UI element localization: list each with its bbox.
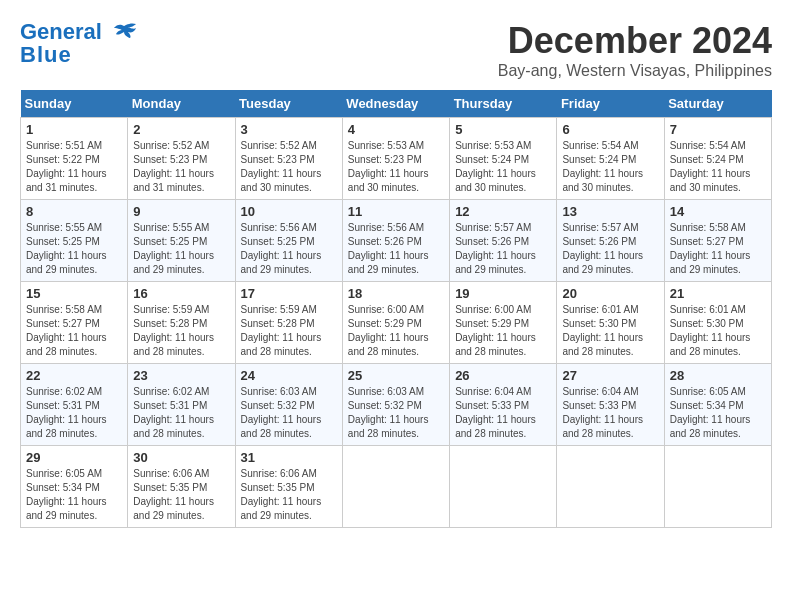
calendar-cell: 22Sunrise: 6:02 AMSunset: 5:31 PMDayligh… <box>21 364 128 446</box>
weekday-header-friday: Friday <box>557 90 664 118</box>
day-number: 11 <box>348 204 444 219</box>
logo-bird-icon <box>110 22 138 44</box>
day-number: 27 <box>562 368 658 383</box>
day-number: 31 <box>241 450 337 465</box>
calendar-cell: 17Sunrise: 5:59 AMSunset: 5:28 PMDayligh… <box>235 282 342 364</box>
day-number: 8 <box>26 204 122 219</box>
day-info: Sunrise: 6:01 AMSunset: 5:30 PMDaylight:… <box>562 303 658 359</box>
calendar-table: SundayMondayTuesdayWednesdayThursdayFrid… <box>20 90 772 528</box>
day-info: Sunrise: 5:57 AMSunset: 5:26 PMDaylight:… <box>455 221 551 277</box>
weekday-header-sunday: Sunday <box>21 90 128 118</box>
day-number: 18 <box>348 286 444 301</box>
day-info: Sunrise: 5:53 AMSunset: 5:23 PMDaylight:… <box>348 139 444 195</box>
calendar-cell: 18Sunrise: 6:00 AMSunset: 5:29 PMDayligh… <box>342 282 449 364</box>
calendar-cell: 14Sunrise: 5:58 AMSunset: 5:27 PMDayligh… <box>664 200 771 282</box>
calendar-cell <box>450 446 557 528</box>
day-info: Sunrise: 6:02 AMSunset: 5:31 PMDaylight:… <box>26 385 122 441</box>
day-info: Sunrise: 5:52 AMSunset: 5:23 PMDaylight:… <box>133 139 229 195</box>
day-number: 2 <box>133 122 229 137</box>
calendar-cell: 9Sunrise: 5:55 AMSunset: 5:25 PMDaylight… <box>128 200 235 282</box>
calendar-cell: 24Sunrise: 6:03 AMSunset: 5:32 PMDayligh… <box>235 364 342 446</box>
calendar-week-row: 1Sunrise: 5:51 AMSunset: 5:22 PMDaylight… <box>21 118 772 200</box>
day-info: Sunrise: 5:54 AMSunset: 5:24 PMDaylight:… <box>670 139 766 195</box>
day-number: 13 <box>562 204 658 219</box>
page-container: General Blue December 2024 Bay-ang, West… <box>20 20 772 528</box>
weekday-header-wednesday: Wednesday <box>342 90 449 118</box>
calendar-cell: 8Sunrise: 5:55 AMSunset: 5:25 PMDaylight… <box>21 200 128 282</box>
day-number: 21 <box>670 286 766 301</box>
logo: General Blue <box>20 20 138 68</box>
day-info: Sunrise: 6:04 AMSunset: 5:33 PMDaylight:… <box>562 385 658 441</box>
calendar-cell: 27Sunrise: 6:04 AMSunset: 5:33 PMDayligh… <box>557 364 664 446</box>
day-info: Sunrise: 5:58 AMSunset: 5:27 PMDaylight:… <box>26 303 122 359</box>
day-number: 17 <box>241 286 337 301</box>
day-number: 28 <box>670 368 766 383</box>
calendar-cell: 29Sunrise: 6:05 AMSunset: 5:34 PMDayligh… <box>21 446 128 528</box>
calendar-week-row: 29Sunrise: 6:05 AMSunset: 5:34 PMDayligh… <box>21 446 772 528</box>
day-info: Sunrise: 5:56 AMSunset: 5:26 PMDaylight:… <box>348 221 444 277</box>
day-number: 3 <box>241 122 337 137</box>
calendar-week-row: 8Sunrise: 5:55 AMSunset: 5:25 PMDaylight… <box>21 200 772 282</box>
calendar-subtitle: Bay-ang, Western Visayas, Philippines <box>498 62 772 80</box>
calendar-cell: 7Sunrise: 5:54 AMSunset: 5:24 PMDaylight… <box>664 118 771 200</box>
title-area: December 2024 Bay-ang, Western Visayas, … <box>498 20 772 80</box>
weekday-header-saturday: Saturday <box>664 90 771 118</box>
calendar-cell: 11Sunrise: 5:56 AMSunset: 5:26 PMDayligh… <box>342 200 449 282</box>
calendar-title: December 2024 <box>498 20 772 62</box>
day-number: 6 <box>562 122 658 137</box>
day-info: Sunrise: 5:59 AMSunset: 5:28 PMDaylight:… <box>133 303 229 359</box>
calendar-cell: 4Sunrise: 5:53 AMSunset: 5:23 PMDaylight… <box>342 118 449 200</box>
calendar-cell: 1Sunrise: 5:51 AMSunset: 5:22 PMDaylight… <box>21 118 128 200</box>
calendar-cell: 13Sunrise: 5:57 AMSunset: 5:26 PMDayligh… <box>557 200 664 282</box>
calendar-cell: 30Sunrise: 6:06 AMSunset: 5:35 PMDayligh… <box>128 446 235 528</box>
calendar-cell: 2Sunrise: 5:52 AMSunset: 5:23 PMDaylight… <box>128 118 235 200</box>
logo-blue-text: Blue <box>20 42 72 68</box>
day-info: Sunrise: 6:00 AMSunset: 5:29 PMDaylight:… <box>455 303 551 359</box>
day-info: Sunrise: 5:59 AMSunset: 5:28 PMDaylight:… <box>241 303 337 359</box>
weekday-header-tuesday: Tuesday <box>235 90 342 118</box>
day-info: Sunrise: 6:03 AMSunset: 5:32 PMDaylight:… <box>241 385 337 441</box>
calendar-cell: 3Sunrise: 5:52 AMSunset: 5:23 PMDaylight… <box>235 118 342 200</box>
day-number: 22 <box>26 368 122 383</box>
day-info: Sunrise: 6:03 AMSunset: 5:32 PMDaylight:… <box>348 385 444 441</box>
calendar-cell: 6Sunrise: 5:54 AMSunset: 5:24 PMDaylight… <box>557 118 664 200</box>
calendar-cell: 5Sunrise: 5:53 AMSunset: 5:24 PMDaylight… <box>450 118 557 200</box>
day-number: 30 <box>133 450 229 465</box>
day-number: 4 <box>348 122 444 137</box>
day-number: 14 <box>670 204 766 219</box>
weekday-header-monday: Monday <box>128 90 235 118</box>
day-number: 26 <box>455 368 551 383</box>
calendar-cell: 23Sunrise: 6:02 AMSunset: 5:31 PMDayligh… <box>128 364 235 446</box>
calendar-week-row: 15Sunrise: 5:58 AMSunset: 5:27 PMDayligh… <box>21 282 772 364</box>
day-info: Sunrise: 5:57 AMSunset: 5:26 PMDaylight:… <box>562 221 658 277</box>
day-number: 9 <box>133 204 229 219</box>
day-info: Sunrise: 6:04 AMSunset: 5:33 PMDaylight:… <box>455 385 551 441</box>
day-number: 5 <box>455 122 551 137</box>
header: General Blue December 2024 Bay-ang, West… <box>20 20 772 80</box>
calendar-cell: 20Sunrise: 6:01 AMSunset: 5:30 PMDayligh… <box>557 282 664 364</box>
day-number: 1 <box>26 122 122 137</box>
day-info: Sunrise: 5:55 AMSunset: 5:25 PMDaylight:… <box>133 221 229 277</box>
day-number: 12 <box>455 204 551 219</box>
day-number: 20 <box>562 286 658 301</box>
day-info: Sunrise: 5:55 AMSunset: 5:25 PMDaylight:… <box>26 221 122 277</box>
calendar-cell: 31Sunrise: 6:06 AMSunset: 5:35 PMDayligh… <box>235 446 342 528</box>
day-info: Sunrise: 6:02 AMSunset: 5:31 PMDaylight:… <box>133 385 229 441</box>
calendar-cell <box>664 446 771 528</box>
day-info: Sunrise: 5:52 AMSunset: 5:23 PMDaylight:… <box>241 139 337 195</box>
day-number: 23 <box>133 368 229 383</box>
calendar-cell: 19Sunrise: 6:00 AMSunset: 5:29 PMDayligh… <box>450 282 557 364</box>
day-number: 24 <box>241 368 337 383</box>
day-info: Sunrise: 5:53 AMSunset: 5:24 PMDaylight:… <box>455 139 551 195</box>
day-info: Sunrise: 5:58 AMSunset: 5:27 PMDaylight:… <box>670 221 766 277</box>
calendar-cell: 10Sunrise: 5:56 AMSunset: 5:25 PMDayligh… <box>235 200 342 282</box>
day-number: 29 <box>26 450 122 465</box>
day-info: Sunrise: 5:51 AMSunset: 5:22 PMDaylight:… <box>26 139 122 195</box>
calendar-cell <box>557 446 664 528</box>
weekday-header-thursday: Thursday <box>450 90 557 118</box>
day-number: 19 <box>455 286 551 301</box>
calendar-cell: 16Sunrise: 5:59 AMSunset: 5:28 PMDayligh… <box>128 282 235 364</box>
calendar-cell: 12Sunrise: 5:57 AMSunset: 5:26 PMDayligh… <box>450 200 557 282</box>
calendar-cell: 25Sunrise: 6:03 AMSunset: 5:32 PMDayligh… <box>342 364 449 446</box>
calendar-cell <box>342 446 449 528</box>
